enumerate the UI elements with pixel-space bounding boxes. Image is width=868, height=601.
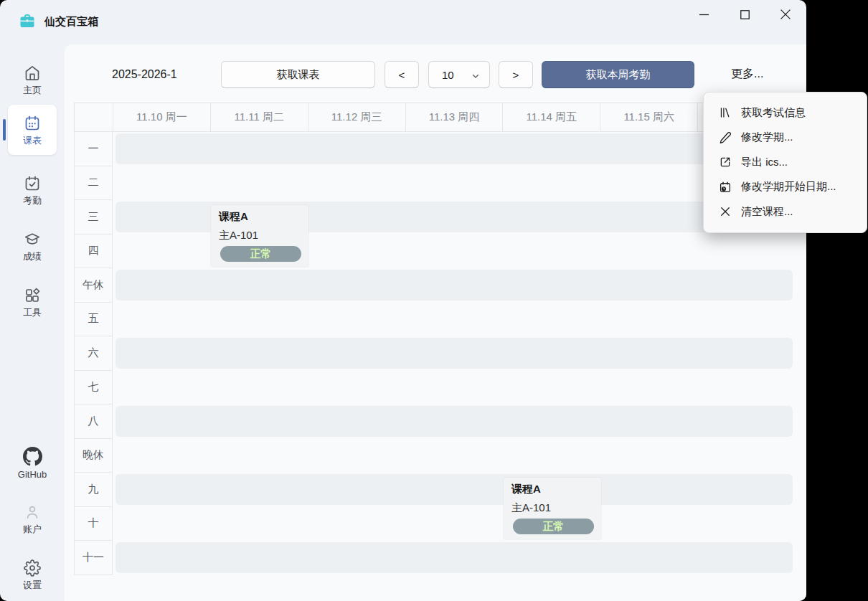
sidebar-item-timetable[interactable]: 课表 (8, 105, 57, 155)
more-button[interactable]: 更多... (727, 66, 768, 82)
menu-item-label: 导出 ics... (741, 156, 788, 169)
row-stripe (115, 270, 793, 300)
course-location: 主A-101 (219, 228, 301, 242)
menu-item-export[interactable]: 导出 ics... (704, 150, 867, 175)
period-label: 五 (75, 303, 113, 337)
day-header: 11.15 周六 (600, 103, 698, 131)
sidebar-item-tools[interactable]: 工具 (8, 280, 57, 324)
minimize-button[interactable] (688, 1, 720, 27)
selected-indicator (3, 119, 6, 141)
period-column: 一二三四午休五六七八晚休九十十一 (74, 132, 113, 575)
settings-icon (24, 559, 41, 577)
week-select[interactable]: 10 (428, 61, 490, 88)
row-stripe (115, 133, 793, 164)
sidebar-item-label: 考勤 (23, 196, 42, 205)
fetch-timetable-button[interactable]: 获取课表 (221, 61, 375, 88)
period-label: 午休 (75, 268, 113, 303)
sidebar-item-grades[interactable]: 成绩 (8, 224, 57, 268)
timetable: 11.10 周一11.11 周二11.12 周三11.13 周四11.14 周五… (74, 103, 796, 575)
grades-icon (24, 231, 41, 248)
app-window: 仙交百宝箱 主页 课表 考勤 成绩 工具 GitHub (0, 0, 806, 601)
menu-item-label: 修改学期... (741, 131, 793, 144)
sidebar-item-label: GitHub (18, 470, 47, 479)
period-label: 四 (75, 235, 113, 269)
edit-icon (719, 131, 732, 144)
day-header: 11.11 周二 (211, 103, 308, 131)
timetable-body: 一二三四午休五六七八晚休九十十一课程A 主A-101 正常课程A 主A-101 … (74, 132, 796, 575)
fetch-attendance-button[interactable]: 获取本周考勤 (542, 61, 694, 88)
day-header: 11.13 周四 (406, 103, 504, 131)
sidebar-item-[interactable]: 设置 (8, 552, 57, 597)
app-title: 仙交百宝箱 (44, 15, 98, 29)
row-stripe (115, 542, 793, 573)
briefcase-icon (19, 12, 36, 29)
menu-item-edit[interactable]: 修改学期... (704, 126, 867, 151)
attendance-icon (24, 175, 41, 192)
semester-label: 2025-2026-1 (112, 68, 177, 81)
period-label: 三 (75, 200, 113, 235)
sidebar-item-label: 工具 (23, 308, 42, 317)
course-name: 课程A (511, 482, 594, 496)
period-label: 二 (75, 166, 113, 201)
course-status-badge: 正常 (220, 246, 301, 262)
row-stripe (115, 338, 793, 369)
sidebar-item-label: 课表 (23, 136, 42, 145)
timetable-icon (24, 115, 41, 132)
menu-item-calendar-clock[interactable]: 修改学期开始日期... (704, 175, 867, 200)
period-label: 六 (75, 336, 113, 371)
titlebar: 仙交百宝箱 (0, 0, 806, 44)
exam-info-icon (719, 106, 732, 119)
course-status-badge: 正常 (513, 519, 594, 534)
menu-item-clear[interactable]: 清空课程... (704, 199, 867, 224)
account-icon (24, 503, 41, 521)
course-card[interactable]: 课程A 主A-101 正常 (504, 478, 601, 539)
sidebar-item-home[interactable]: 主页 (8, 57, 57, 102)
export-icon (719, 156, 732, 169)
course-location: 主A-101 (511, 501, 594, 515)
timetable-corner-cell (75, 103, 113, 131)
period-label: 八 (75, 404, 113, 439)
day-header: 11.14 周五 (503, 103, 600, 131)
next-week-button[interactable]: > (499, 61, 533, 88)
clear-icon (719, 205, 732, 218)
menu-item-label: 清空课程... (741, 205, 793, 219)
home-icon (24, 65, 41, 82)
sidebar-item-label: 成绩 (23, 252, 42, 261)
period-label: 十 (75, 507, 113, 541)
sidebar-item-label: 设置 (23, 580, 42, 590)
calendar-clock-icon (719, 181, 732, 194)
course-card[interactable]: 课程A 主A-101 正常 (211, 205, 308, 267)
period-label: 晚休 (75, 439, 113, 473)
period-label: 一 (75, 132, 113, 166)
sidebar-item-attendance[interactable]: 考勤 (8, 168, 57, 212)
row-stripe (115, 474, 793, 505)
day-header: 11.12 周三 (308, 103, 406, 131)
content-panel: 2025-2026-1 获取课表 < 10 > 获取本周考勤 更多... 11.… (65, 44, 806, 601)
sidebar-item-github[interactable]: GitHub (8, 439, 57, 486)
prev-week-button[interactable]: < (385, 61, 419, 88)
period-label: 九 (75, 473, 113, 507)
sidebar-item-[interactable]: 账户 (8, 496, 57, 541)
sidebar-item-label: 主页 (23, 85, 42, 95)
sidebar-item-label: 账户 (23, 524, 42, 534)
sidebar: 主页 课表 考勤 成绩 工具 GitHub 账户 设置 (0, 44, 65, 601)
menu-item-exam-info[interactable]: 获取考试信息 (704, 100, 867, 126)
course-name: 课程A (219, 209, 301, 224)
row-stripe (115, 406, 793, 437)
day-header: 11.10 周一 (113, 103, 211, 131)
period-label: 七 (75, 371, 113, 405)
maximize-button[interactable] (729, 1, 760, 27)
timetable-header-row: 11.10 周一11.11 周二11.12 周三11.13 周四11.14 周五… (74, 103, 796, 132)
menu-item-label: 获取考试信息 (741, 106, 806, 120)
chevron-down-icon (471, 70, 480, 79)
period-label: 十一 (75, 541, 113, 575)
more-menu: 获取考试信息 修改学期... 导出 ics... 修改学期开始日期... 清空课… (703, 92, 867, 233)
menu-item-label: 修改学期开始日期... (741, 180, 836, 194)
github-icon (23, 447, 42, 466)
close-button[interactable] (770, 1, 801, 27)
week-select-value: 10 (442, 69, 454, 81)
tools-icon (24, 287, 41, 304)
